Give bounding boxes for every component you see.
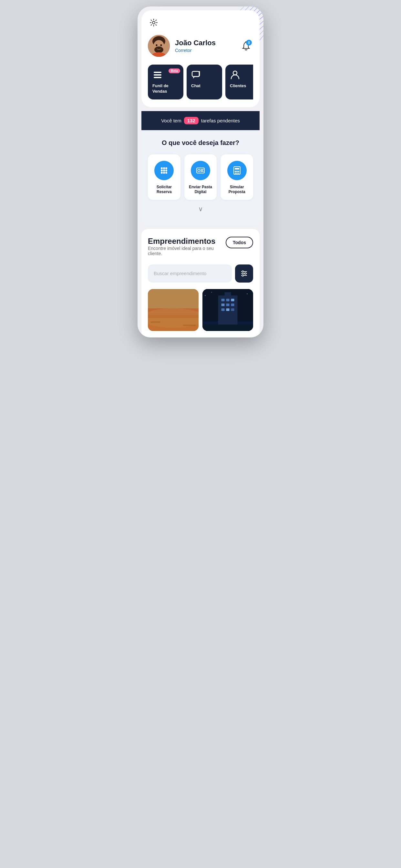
svg-point-28 xyxy=(198,169,200,172)
svg-point-18 xyxy=(161,167,163,169)
svg-rect-30 xyxy=(235,168,239,169)
gear-icon xyxy=(149,18,158,27)
main-card: João Carlos Corretor 0 Beta xyxy=(142,10,259,107)
action-simular-proposta[interactable]: Simular Proposta xyxy=(220,154,253,200)
svg-rect-56 xyxy=(231,299,235,301)
action-solicitar-reserva[interactable]: Solicitar Reserva xyxy=(148,154,181,200)
notification-badge: 0 xyxy=(246,40,252,45)
svg-rect-32 xyxy=(236,171,238,172)
svg-point-24 xyxy=(161,172,163,174)
svg-rect-62 xyxy=(231,308,235,311)
svg-point-21 xyxy=(161,169,163,172)
search-input-wrapper[interactable]: Buscar empreendimento xyxy=(148,265,232,283)
action-card-chat[interactable]: Chat xyxy=(187,65,222,99)
calculator-icon xyxy=(232,166,242,175)
action-label-clientes: Clientes xyxy=(230,83,253,89)
city-image xyxy=(203,289,253,331)
chevron-row: ∨ xyxy=(148,200,253,215)
tasks-prefix: Você tem xyxy=(161,118,181,123)
tasks-banner: Você tem 132 tarefas pendentes xyxy=(142,111,259,130)
svg-rect-9 xyxy=(154,72,161,73)
solicitar-reserva-label: Solicitar Reserva xyxy=(151,185,177,195)
empreend-header: Empreendimentos Encontre imóvel ideal pa… xyxy=(148,237,253,262)
svg-rect-31 xyxy=(235,171,236,172)
svg-point-0 xyxy=(152,21,155,24)
settings-button[interactable] xyxy=(148,17,159,28)
grid-dots-icon-circle xyxy=(154,161,174,180)
svg-point-40 xyxy=(242,271,244,272)
svg-rect-34 xyxy=(235,173,236,174)
svg-rect-63 xyxy=(203,324,253,331)
contact-card-icon-circle xyxy=(191,161,210,180)
svg-rect-60 xyxy=(221,308,225,311)
svg-rect-55 xyxy=(226,299,229,301)
profile-info: João Carlos Corretor xyxy=(175,39,216,53)
settings-row xyxy=(148,17,253,28)
filter-button[interactable] xyxy=(235,265,253,283)
action-card-clientes[interactable]: Clientes xyxy=(225,65,253,99)
action-enviar-pasta[interactable]: Enviar Pasta Digital xyxy=(184,154,217,200)
svg-rect-11 xyxy=(154,77,161,78)
search-row: Buscar empreendimento xyxy=(148,265,253,283)
svg-point-23 xyxy=(165,169,167,172)
search-placeholder: Buscar empreendimento xyxy=(154,271,206,276)
quick-actions-row: Beta Funil deVendas xyxy=(148,65,253,101)
actions-grid: Solicitar Reserva Enviar Pasta Digital xyxy=(148,154,253,200)
beta-badge: Beta xyxy=(168,68,180,73)
tasks-suffix: tarefas pendentes xyxy=(201,118,240,123)
empreend-title-group: Empreendimentos Encontre imóvel ideal pa… xyxy=(148,237,226,262)
property-cards xyxy=(148,289,253,331)
profile-role: Corretor xyxy=(175,48,216,53)
beach-image xyxy=(148,289,198,331)
svg-point-65 xyxy=(212,292,212,292)
svg-point-25 xyxy=(163,172,165,174)
contact-card-icon xyxy=(196,166,205,175)
svg-rect-57 xyxy=(221,304,225,306)
chat-icon xyxy=(191,70,218,80)
action-label-funil: Funil deVendas xyxy=(152,83,179,94)
what-section: O que você deseja fazer? xyxy=(142,130,259,225)
svg-point-41 xyxy=(245,273,246,274)
property-card-city[interactable] xyxy=(203,289,253,331)
svg-point-4 xyxy=(156,44,158,46)
svg-rect-48 xyxy=(151,321,160,323)
calculator-icon-circle xyxy=(227,161,247,180)
svg-rect-49 xyxy=(183,324,196,326)
notification-button[interactable]: 0 xyxy=(239,38,253,53)
avatar-image xyxy=(148,35,170,57)
svg-rect-54 xyxy=(221,299,225,301)
enviar-pasta-label: Enviar Pasta Digital xyxy=(188,185,214,195)
svg-rect-12 xyxy=(192,71,199,76)
svg-rect-58 xyxy=(226,304,229,306)
svg-rect-35 xyxy=(236,173,238,174)
action-label-chat: Chat xyxy=(191,83,218,89)
svg-rect-10 xyxy=(154,74,161,75)
filter-icon xyxy=(240,270,248,277)
svg-rect-53 xyxy=(225,292,231,299)
person-icon xyxy=(230,70,253,80)
svg-point-42 xyxy=(242,275,244,276)
svg-rect-36 xyxy=(238,173,239,174)
svg-point-13 xyxy=(233,71,237,75)
simular-proposta-label: Simular Proposta xyxy=(224,185,250,195)
empreendimentos-section: Empreendimentos Encontre imóvel ideal pa… xyxy=(142,229,259,337)
svg-rect-33 xyxy=(238,171,239,172)
svg-point-20 xyxy=(165,167,167,169)
svg-rect-59 xyxy=(231,304,235,306)
svg-point-64 xyxy=(205,295,206,296)
chevron-down-icon[interactable]: ∨ xyxy=(198,205,203,213)
phone-container: João Carlos Corretor 0 Beta xyxy=(137,6,264,337)
svg-point-22 xyxy=(163,169,165,172)
todos-button[interactable]: Todos xyxy=(226,237,253,248)
empreend-title: Empreendimentos xyxy=(148,237,226,246)
svg-point-19 xyxy=(163,167,165,169)
grid-dots-icon xyxy=(159,166,169,175)
svg-point-5 xyxy=(160,44,162,46)
profile-name: João Carlos xyxy=(175,39,216,47)
svg-rect-46 xyxy=(148,289,198,308)
profile-row: João Carlos Corretor 0 xyxy=(148,35,253,57)
what-title: O que você deseja fazer? xyxy=(148,139,253,147)
svg-rect-61 xyxy=(226,308,229,311)
action-card-funil[interactable]: Beta Funil deVendas xyxy=(148,65,183,99)
property-card-beach[interactable] xyxy=(148,289,198,331)
